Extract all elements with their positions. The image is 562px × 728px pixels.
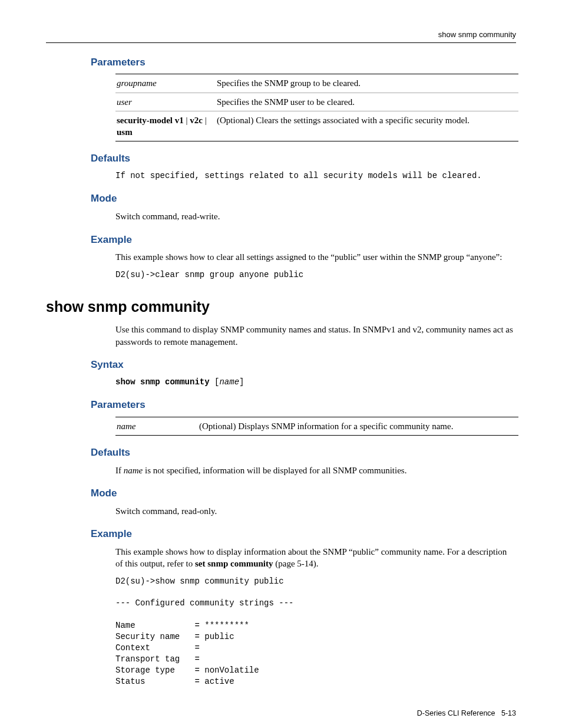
mode-heading: Mode [91,192,516,206]
example-heading-2: Example [91,528,516,541]
example-output: D2(su)->show snmp community public --- C… [115,576,516,687]
param-name-sep: | [203,116,207,125]
example-heading: Example [91,233,516,247]
running-header: show snmp community [46,29,516,43]
syntax-bold: show snmp community [115,377,210,387]
syntax-bracket: [ [210,377,220,387]
parameters-table-2: name (Optional) Displays SNMP informatio… [115,417,518,436]
param-desc: (Optional) Clears the settings associate… [216,111,518,141]
defaults-pre: If [115,466,124,475]
defaults-text-2: If name is not specified, information wi… [115,465,516,476]
param-name: groupname [117,78,157,88]
footer-page: 5-13 [501,709,516,717]
param-name: name [117,421,136,431]
command-title: show snmp community [46,297,516,317]
parameters-table-1: groupname Specifies the SNMP group to be… [115,74,518,141]
example-post: (page 5-14). [273,559,319,568]
table-row: user Specifies the SNMP user to be clear… [115,93,518,111]
mode-heading-2: Mode [91,487,516,500]
table-row: groupname Specifies the SNMP group to be… [115,74,518,93]
example-code: D2(su)->clear snmp group anyone public [115,269,516,281]
example-text: This example shows how to clear all sett… [115,251,516,263]
page-footer: D-Series CLI Reference 5-13 [46,709,516,719]
defaults-italic: name [124,466,143,475]
mode-text: Switch command, read-write. [115,210,516,222]
param-name-part: usm [117,127,133,137]
syntax-arg: name [219,377,239,387]
table-row: name (Optional) Displays SNMP informatio… [115,417,518,435]
parameters-heading-2: Parameters [91,398,516,412]
param-name-part: v2c [190,116,203,125]
table-row: security-model v1 | v2c | usm (Optional)… [115,111,518,141]
param-name-part: security-model v1 [117,116,184,125]
parameters-heading: Parameters [91,56,516,70]
defaults-post: is not specified, information will be di… [143,466,406,475]
param-name: user [117,97,132,107]
defaults-heading: Defaults [91,152,516,166]
param-name: security-model v1 | v2c | usm [115,111,216,141]
param-desc: Specifies the SNMP group to be cleared. [216,74,518,93]
param-desc: Specifies the SNMP user to be cleared. [216,93,518,111]
param-desc: (Optional) Displays SNMP information for… [198,417,518,435]
example-text-2: This example shows how to display inform… [115,546,516,570]
syntax-bracket: ] [239,377,244,387]
mode-text-2: Switch command, read-only. [115,505,516,517]
example-bold: set snmp community [195,559,273,568]
syntax-line: show snmp community [name] [115,377,516,388]
param-name-sep: | [184,116,190,125]
defaults-heading-2: Defaults [91,446,516,460]
footer-title: D-Series CLI Reference [417,709,495,717]
syntax-heading: Syntax [91,358,516,372]
defaults-text: If not specified, settings related to al… [115,170,516,182]
command-intro: Use this command to display SNMP communi… [115,324,516,348]
